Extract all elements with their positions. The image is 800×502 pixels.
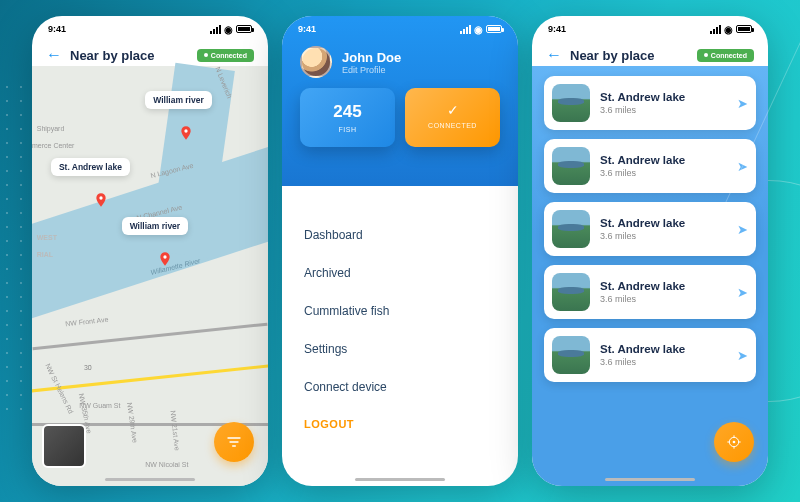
- battery-icon: [236, 25, 252, 33]
- place-card[interactable]: St. Andrew lake 3.6 miles ➤: [544, 139, 756, 193]
- wifi-icon: ◉: [224, 24, 233, 35]
- map-label-rial: RIAL: [37, 251, 53, 258]
- place-card[interactable]: St. Andrew lake 3.6 miles ➤: [544, 202, 756, 256]
- map-label-shipyard: Shipyard: [37, 125, 65, 132]
- signal-icon: [460, 25, 471, 34]
- status-bar: 9:41 ◉: [282, 16, 518, 36]
- svg-point-4: [733, 441, 736, 444]
- place-distance: 3.6 miles: [600, 168, 727, 178]
- place-card[interactable]: St. Andrew lake 3.6 miles ➤: [544, 76, 756, 130]
- location-pin-icon[interactable]: [157, 251, 173, 267]
- avatar: [300, 46, 332, 78]
- place-name: St. Andrew lake: [600, 154, 727, 166]
- profile-section[interactable]: John Doe Edit Profile: [282, 36, 518, 88]
- battery-icon: [736, 25, 752, 33]
- stat-connected-card[interactable]: ✓ CONNECTED: [405, 88, 500, 147]
- menu-settings[interactable]: Settings: [304, 330, 496, 368]
- map-view[interactable]: Shipyard merce Center N Leverich N Lagoo…: [32, 66, 268, 486]
- map-label-merce: merce Center: [32, 142, 74, 149]
- phone-menu-screen: 9:41 ◉ John Doe Edit Profile 245 FISH ✓ …: [282, 16, 518, 486]
- status-time: 9:41: [548, 24, 566, 34]
- status-time: 9:41: [298, 24, 316, 34]
- svg-point-2: [163, 255, 166, 258]
- map-pin-label[interactable]: William river: [122, 217, 188, 235]
- wifi-icon: ◉: [474, 24, 483, 35]
- svg-point-0: [185, 129, 188, 132]
- page-title: Near by place: [570, 48, 655, 63]
- place-name: St. Andrew lake: [600, 343, 727, 355]
- connected-badge: Connected: [197, 49, 254, 62]
- map-label-hwy: 30: [84, 364, 92, 371]
- navigate-icon[interactable]: ➤: [737, 285, 748, 300]
- menu-list: Dashboard Archived Cummlative fish Setti…: [282, 186, 518, 442]
- place-thumbnail: [552, 273, 590, 311]
- check-icon: ✓: [415, 102, 490, 118]
- home-indicator: [605, 478, 695, 481]
- battery-icon: [486, 25, 502, 33]
- place-thumbnail: [552, 147, 590, 185]
- home-indicator: [105, 478, 195, 481]
- status-bar: 9:41 ◉: [532, 16, 768, 36]
- locate-icon: [726, 434, 742, 450]
- stat-label: CONNECTED: [415, 122, 490, 129]
- location-pin-icon[interactable]: [178, 125, 194, 141]
- phone-list-screen: 9:41 ◉ ← Near by place Connected St. And…: [532, 16, 768, 486]
- place-distance: 3.6 miles: [600, 231, 727, 241]
- edit-profile-link[interactable]: Edit Profile: [342, 65, 401, 75]
- stat-value: 245: [310, 102, 385, 122]
- places-list[interactable]: St. Andrew lake 3.6 miles ➤ St. Andrew l…: [532, 66, 768, 486]
- phone-map-screen: 9:41 ◉ ← Near by place Connected Shipyar…: [32, 16, 268, 486]
- satellite-toggle[interactable]: [42, 424, 86, 468]
- filter-fab[interactable]: [214, 422, 254, 462]
- logout-button[interactable]: LOGOUT: [304, 406, 496, 442]
- svg-point-1: [100, 196, 103, 199]
- navigate-icon[interactable]: ➤: [737, 96, 748, 111]
- map-pin-label[interactable]: William river: [145, 91, 211, 109]
- menu-dashboard[interactable]: Dashboard: [304, 216, 496, 254]
- place-name: St. Andrew lake: [600, 217, 727, 229]
- map-label-west: WEST: [37, 234, 57, 241]
- navigate-icon[interactable]: ➤: [737, 348, 748, 363]
- menu-connect-device[interactable]: Connect device: [304, 368, 496, 406]
- signal-icon: [710, 25, 721, 34]
- place-card[interactable]: St. Andrew lake 3.6 miles ➤: [544, 328, 756, 382]
- menu-archived[interactable]: Archived: [304, 254, 496, 292]
- status-time: 9:41: [48, 24, 66, 34]
- menu-cumulative-fish[interactable]: Cummlative fish: [304, 292, 496, 330]
- map-pin-label[interactable]: St. Andrew lake: [51, 158, 130, 176]
- place-distance: 3.6 miles: [600, 357, 727, 367]
- location-pin-icon[interactable]: [93, 192, 109, 208]
- place-thumbnail: [552, 336, 590, 374]
- place-distance: 3.6 miles: [600, 294, 727, 304]
- map-label-front: NW Front Ave: [65, 316, 109, 328]
- map-label-nw21: NW 21st Ave: [169, 410, 180, 451]
- place-thumbnail: [552, 210, 590, 248]
- map-label-nicolai: NW Nicolai St: [145, 461, 188, 468]
- page-title: Near by place: [70, 48, 155, 63]
- place-name: St. Andrew lake: [600, 91, 727, 103]
- home-indicator: [355, 478, 445, 481]
- back-icon[interactable]: ←: [546, 46, 562, 64]
- signal-icon: [210, 25, 221, 34]
- locate-fab[interactable]: [714, 422, 754, 462]
- filter-icon: [226, 434, 242, 450]
- place-card[interactable]: St. Andrew lake 3.6 miles ➤: [544, 265, 756, 319]
- navigate-icon[interactable]: ➤: [737, 222, 748, 237]
- place-thumbnail: [552, 84, 590, 122]
- place-name: St. Andrew lake: [600, 280, 727, 292]
- wifi-icon: ◉: [724, 24, 733, 35]
- stat-label: FISH: [310, 126, 385, 133]
- stat-fish-card[interactable]: 245 FISH: [300, 88, 395, 147]
- status-bar: 9:41 ◉: [32, 16, 268, 36]
- connected-badge: Connected: [697, 49, 754, 62]
- user-name: John Doe: [342, 50, 401, 65]
- navigate-icon[interactable]: ➤: [737, 159, 748, 174]
- place-distance: 3.6 miles: [600, 105, 727, 115]
- back-icon[interactable]: ←: [46, 46, 62, 64]
